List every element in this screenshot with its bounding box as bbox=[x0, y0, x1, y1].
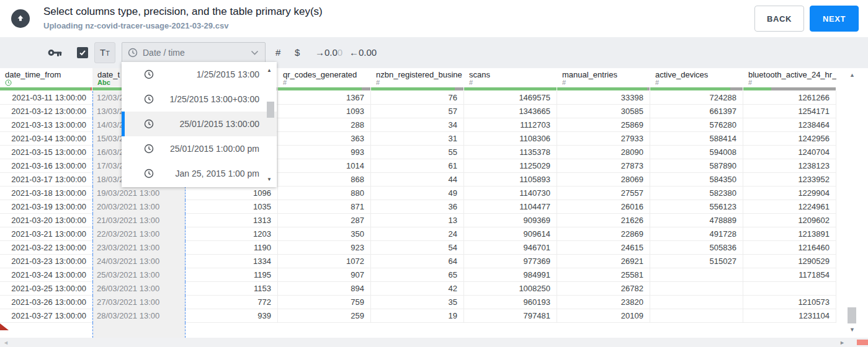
table-cell[interactable]: 1233952 bbox=[743, 173, 836, 187]
table-cell[interactable]: 2021-03-18 13:00:00 bbox=[0, 187, 92, 200]
table-cell[interactable]: 64 bbox=[371, 255, 464, 268]
table-cell[interactable]: 1209602 bbox=[743, 214, 836, 227]
horizontal-scrollbar-thumb[interactable] bbox=[857, 340, 868, 345]
table-cell[interactable]: 724288 bbox=[650, 91, 743, 105]
table-cell[interactable]: 34 bbox=[371, 118, 464, 132]
table-cell[interactable]: 20109 bbox=[557, 309, 650, 323]
vertical-scroll-up-icon[interactable]: ▲ bbox=[848, 72, 857, 78]
number-type-button[interactable]: # bbox=[275, 47, 280, 58]
table-cell[interactable]: 259 bbox=[278, 309, 371, 323]
decrease-decimal-button[interactable]: ←0.00 bbox=[349, 47, 377, 58]
table-cell[interactable]: 2021-03-25 13:00:00 bbox=[0, 282, 92, 296]
table-cell[interactable]: 491728 bbox=[650, 227, 743, 241]
date-format-option[interactable]: 1/25/2015 13:00+03:00 bbox=[122, 87, 277, 112]
table-cell[interactable] bbox=[743, 282, 836, 296]
table-cell[interactable]: 556123 bbox=[650, 200, 743, 214]
table-cell[interactable]: 1190 bbox=[186, 241, 278, 255]
vertical-scroll-down-icon[interactable]: ▼ bbox=[848, 327, 857, 333]
dropdown-scroll-up-icon[interactable]: ▲ bbox=[265, 68, 274, 73]
table-cell[interactable]: 2021-03-14 13:00:00 bbox=[0, 132, 92, 146]
table-cell[interactable]: 1014 bbox=[278, 159, 371, 173]
table-cell[interactable]: 21626 bbox=[557, 214, 650, 227]
table-cell[interactable]: 576280 bbox=[650, 118, 743, 132]
table-cell[interactable]: 57 bbox=[371, 105, 464, 118]
table-cell[interactable] bbox=[650, 268, 743, 282]
table-cell[interactable]: 287 bbox=[278, 214, 371, 227]
table-cell[interactable]: 2021-03-11 13:00:00 bbox=[0, 91, 92, 105]
table-cell[interactable]: 505836 bbox=[650, 241, 743, 255]
table-cell[interactable]: 1140730 bbox=[464, 187, 557, 200]
table-cell[interactable]: 2021-03-23 13:00:00 bbox=[0, 255, 92, 268]
table-cell[interactable]: 2021-03-13 13:00:00 bbox=[0, 118, 92, 132]
table-cell[interactable]: 923 bbox=[278, 241, 371, 255]
table-cell[interactable] bbox=[650, 282, 743, 296]
table-cell[interactable]: 1203 bbox=[186, 227, 278, 241]
table-cell[interactable]: 25581 bbox=[557, 268, 650, 282]
column-header[interactable]: active_devices bbox=[650, 68, 743, 79]
table-cell[interactable]: 1343665 bbox=[464, 105, 557, 118]
table-cell[interactable]: 1242956 bbox=[743, 132, 836, 146]
table-cell[interactable]: 1213891 bbox=[743, 227, 836, 241]
table-cell[interactable]: 28/03/2021 13:00 bbox=[92, 309, 186, 323]
table-cell[interactable]: 960193 bbox=[464, 296, 557, 309]
table-cell[interactable]: 1093 bbox=[278, 105, 371, 118]
table-cell[interactable]: 22/03/2021 13:00 bbox=[92, 227, 186, 241]
table-cell[interactable]: 61 bbox=[371, 159, 464, 173]
table-cell[interactable]: 1108306 bbox=[464, 132, 557, 146]
column-header[interactable]: nzbn_registered_busine bbox=[371, 68, 464, 79]
horizontal-scroll-left-icon[interactable]: ◄ bbox=[3, 340, 9, 346]
table-cell[interactable]: 1125029 bbox=[464, 159, 557, 173]
table-cell[interactable]: 587890 bbox=[650, 159, 743, 173]
table-cell[interactable]: 36 bbox=[371, 200, 464, 214]
table-cell[interactable]: 1210573 bbox=[743, 296, 836, 309]
table-cell[interactable]: 1334 bbox=[186, 255, 278, 268]
table-cell[interactable]: 65 bbox=[371, 268, 464, 282]
table-cell[interactable]: 907 bbox=[278, 268, 371, 282]
column-header[interactable]: date_time_from bbox=[0, 68, 92, 79]
column-header[interactable]: manual_entries bbox=[557, 68, 650, 79]
table-cell[interactable]: 871 bbox=[278, 200, 371, 214]
table-cell[interactable]: 1261266 bbox=[743, 91, 836, 105]
table-cell[interactable]: 23820 bbox=[557, 296, 650, 309]
date-format-option[interactable]: Jan 25, 2015 1:00 pm bbox=[122, 161, 277, 186]
table-cell[interactable]: 2021-03-26 13:00:00 bbox=[0, 296, 92, 309]
table-cell[interactable]: 26921 bbox=[557, 255, 650, 268]
dropdown-scroll-down-icon[interactable]: ▼ bbox=[265, 177, 274, 182]
table-cell[interactable]: 1216460 bbox=[743, 241, 836, 255]
table-cell[interactable]: 42 bbox=[371, 282, 464, 296]
table-cell[interactable]: 13 bbox=[371, 214, 464, 227]
table-cell[interactable]: 350 bbox=[278, 227, 371, 241]
table-cell[interactable]: 23/03/2021 13:00 bbox=[92, 241, 186, 255]
table-cell[interactable]: 363 bbox=[278, 132, 371, 146]
table-cell[interactable]: 19/03/2021 13:00 bbox=[92, 187, 186, 200]
table-cell[interactable]: 582380 bbox=[650, 187, 743, 200]
table-cell[interactable]: 1072 bbox=[278, 255, 371, 268]
table-cell[interactable]: 1240704 bbox=[743, 146, 836, 159]
table-cell[interactable]: 1153 bbox=[186, 282, 278, 296]
table-cell[interactable]: 939 bbox=[186, 309, 278, 323]
increase-decimal-button[interactable]: →0.00 bbox=[315, 47, 342, 58]
horizontal-scroll-right-icon[interactable]: ► bbox=[839, 340, 845, 346]
table-cell[interactable]: 797481 bbox=[464, 309, 557, 323]
table-cell[interactable]: 27933 bbox=[557, 132, 650, 146]
table-cell[interactable]: 977369 bbox=[464, 255, 557, 268]
table-cell[interactable]: 2021-03-15 13:00:00 bbox=[0, 146, 92, 159]
table-cell[interactable]: 2021-03-20 13:00:00 bbox=[0, 214, 92, 227]
table-cell[interactable]: 1195 bbox=[186, 268, 278, 282]
include-column-checkbox[interactable] bbox=[77, 47, 88, 58]
table-cell[interactable]: 1313 bbox=[186, 214, 278, 227]
table-cell[interactable]: 1135378 bbox=[464, 146, 557, 159]
table-cell[interactable]: 31 bbox=[371, 132, 464, 146]
table-cell[interactable]: 28090 bbox=[557, 146, 650, 159]
table-cell[interactable]: 1008250 bbox=[464, 282, 557, 296]
table-cell[interactable]: 28069 bbox=[557, 173, 650, 187]
table-cell[interactable]: 24615 bbox=[557, 241, 650, 255]
table-cell[interactable]: 584350 bbox=[650, 173, 743, 187]
table-cell[interactable]: 868 bbox=[278, 173, 371, 187]
table-cell[interactable]: 76 bbox=[371, 91, 464, 105]
table-cell[interactable]: 1171854 bbox=[743, 268, 836, 282]
table-cell[interactable]: 30585 bbox=[557, 105, 650, 118]
table-cell[interactable]: 22869 bbox=[557, 227, 650, 241]
table-cell[interactable]: 1469575 bbox=[464, 91, 557, 105]
table-cell[interactable]: 2021-03-24 13:00:00 bbox=[0, 268, 92, 282]
